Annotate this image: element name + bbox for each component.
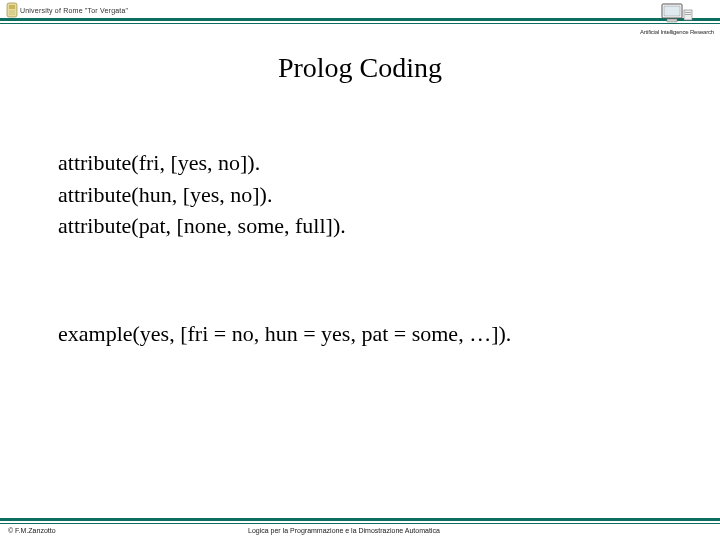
svg-rect-2	[9, 10, 15, 15]
ai-group-block: Artificial Intelligence Research	[640, 2, 714, 35]
example-line: example(yes, [fri = no, hun = yes, pat =…	[58, 321, 690, 347]
university-block: University of Rome "Tor Vergata"	[6, 2, 128, 18]
page-title: Prolog Coding	[0, 52, 720, 84]
ai-group-label: Artificial Intelligence Research	[640, 29, 714, 35]
svg-rect-4	[664, 6, 680, 16]
code-line: attribute(pat, [none, some, full]).	[58, 211, 690, 241]
computer-icon	[660, 2, 694, 28]
footer-divider	[0, 518, 720, 524]
header: University of Rome "Tor Vergata" Artific…	[0, 0, 720, 32]
svg-rect-8	[685, 14, 691, 15]
svg-rect-1	[9, 5, 15, 9]
svg-rect-5	[667, 19, 677, 22]
university-name: University of Rome "Tor Vergata"	[20, 7, 128, 14]
content: attribute(fri, [yes, no]). attribute(hun…	[58, 148, 690, 347]
footer: © F.M.Zanzotto Logica per la Programmazi…	[0, 518, 720, 534]
code-line: attribute(fri, [yes, no]).	[58, 148, 690, 178]
copyright: © F.M.Zanzotto	[0, 527, 208, 534]
code-block: attribute(fri, [yes, no]). attribute(hun…	[58, 148, 690, 241]
header-divider	[0, 18, 720, 24]
university-logo-icon	[6, 2, 18, 18]
course-name: Logica per la Programmazione e la Dimost…	[208, 527, 440, 534]
code-line: attribute(hun, [yes, no]).	[58, 180, 690, 210]
svg-rect-7	[685, 12, 691, 13]
